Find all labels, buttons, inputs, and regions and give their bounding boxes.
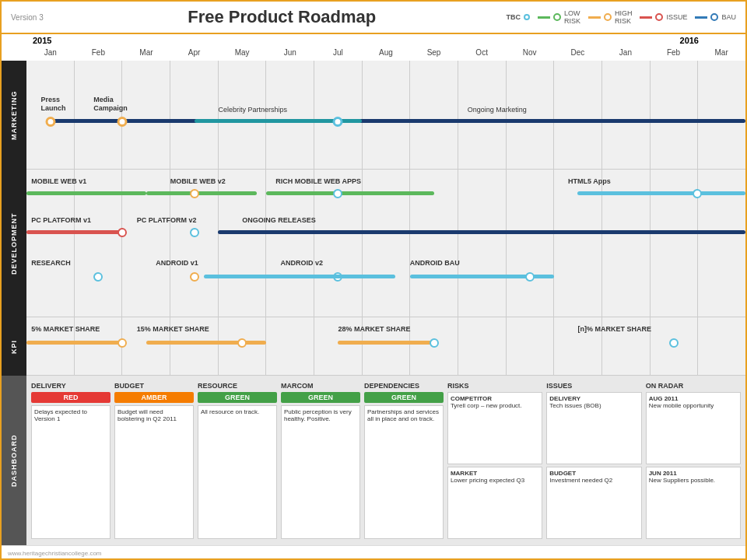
issues-item-1-title: BUDGET	[549, 470, 638, 477]
mobile-web-v2-dot	[190, 189, 199, 198]
month-mar1: Mar	[122, 48, 170, 59]
legend: TBC LOWRISK HIGHRISK ISSUE	[506, 9, 736, 25]
press-launch-label: PressLaunch	[40, 96, 65, 113]
kpi-28-label: 28% MARKET SHARE	[338, 325, 410, 333]
kpi-n-dot	[669, 338, 679, 348]
kpi-5-label: 5% MARKET SHARE	[31, 325, 100, 333]
tbc-label: TBC	[506, 13, 521, 21]
press-launch-dot	[45, 117, 55, 127]
research-dot	[93, 272, 103, 282]
delivery-badge: RED	[31, 392, 110, 403]
kpi-15-track	[146, 341, 266, 345]
legend-low-risk: LOWRISK	[538, 9, 580, 25]
dash-delivery: DELIVERY RED Delays expected to Version …	[31, 382, 110, 539]
dependencies-header: DEPENDENCIES	[364, 382, 444, 390]
budget-text: Budget will need bolstering in Q2 2011	[114, 405, 194, 539]
issue-label: ISSUE	[666, 13, 687, 21]
dash-dependencies: DEPENDENCIES GREEN Partnerships and serv…	[364, 382, 444, 539]
year-2016: 2016	[680, 36, 699, 45]
issues-item-0-title: DELIVERY	[549, 395, 638, 402]
resource-text: All resource on track.	[198, 405, 277, 539]
on-radar-item-0-text: New mobile opportunity	[649, 402, 738, 409]
kpi-n-label: [n]% MARKET SHARE	[577, 325, 651, 333]
issues-item-0-text: Tech issues (BOB)	[549, 402, 638, 409]
month-feb1: Feb	[75, 48, 123, 59]
on-radar-item-0: AUG 2011 New mobile opportunity	[646, 392, 741, 464]
resource-header: RESOURCE	[198, 382, 277, 390]
issues-item-0: DELIVERY Tech issues (BOB)	[546, 392, 641, 464]
dash-marcom: MARCOM GREEN Public perception is very h…	[281, 382, 360, 539]
development-section: MOBILE WEB v1 MOBILE WEB v2 RICH MOBILE …	[26, 170, 745, 317]
kpi-5-dot	[117, 338, 127, 348]
html5-track	[577, 191, 745, 195]
marcom-text: Public perception is very healthy. Posit…	[281, 405, 360, 539]
month-feb2: Feb	[650, 48, 698, 59]
marketing-label: MARKETING	[2, 61, 26, 170]
version-label: Version 3	[11, 13, 58, 22]
development-label: DEVELOPMENT	[2, 170, 26, 317]
dependencies-text: Partnerships and services all in place a…	[364, 405, 444, 539]
dependencies-badge: GREEN	[364, 392, 444, 403]
legend-high-risk: HIGHRISK	[588, 9, 633, 25]
marcom-header: MARCOM	[281, 382, 360, 390]
legend-bau: BAU	[695, 13, 736, 21]
risks-item-1-text: Lower pricing expected Q3	[451, 477, 539, 484]
year-2015: 2015	[33, 36, 51, 45]
low-risk-label: LOWRISK	[564, 9, 580, 25]
legend-issue: ISSUE	[640, 13, 687, 21]
kpi-28-track	[338, 341, 433, 345]
celebrity-dot	[333, 117, 343, 127]
dash-on-radar: ON RADAR AUG 2011 New mobile opportunity…	[646, 382, 741, 539]
budget-header: BUDGET	[114, 382, 194, 390]
ongoing-releases-label: ONGOING RELEASES	[242, 216, 316, 224]
bau-label: BAU	[721, 13, 736, 21]
budget-badge: AMBER	[114, 392, 194, 403]
month-oct: Oct	[458, 48, 506, 59]
high-risk-label: HIGHRISK	[615, 9, 633, 25]
month-jun: Jun	[266, 48, 314, 59]
risks-item-0: COMPETITOR Tyrell corp – new product.	[447, 392, 542, 464]
issues-header: ISSUES	[546, 382, 641, 390]
issues-item-1: BUDGET Investment needed Q2	[546, 467, 641, 539]
mobile-web-v1-track	[26, 191, 146, 195]
research-label: RESEARCH	[31, 259, 71, 267]
android-bau-label: ANDROID BAU	[410, 259, 460, 267]
dash-issues: ISSUES DELIVERY Tech issues (BOB) BUDGET…	[546, 382, 641, 539]
delivery-header: DELIVERY	[31, 382, 110, 390]
media-campaign-dot	[117, 117, 128, 127]
dashboard-label: DASHBOARD	[2, 376, 26, 545]
marketing-main-track	[51, 119, 745, 123]
dashboard-section: DELIVERY RED Delays expected to Version …	[26, 376, 745, 545]
kpi-28-dot	[430, 338, 439, 348]
month-jan1: Jan	[26, 48, 75, 59]
kpi-15-dot	[237, 338, 247, 348]
ongoing-releases-track	[218, 230, 745, 234]
risks-item-0-title: COMPETITOR	[451, 395, 539, 402]
on-radar-item-1-text: New Suppliers possible.	[649, 477, 738, 484]
risks-item-1-title: MARKET	[451, 470, 539, 477]
android-v2-label: ANDROID v2	[280, 259, 323, 267]
month-jul: Jul	[314, 48, 363, 59]
risks-header: RISKS	[447, 382, 542, 390]
risks-item-1: MARKET Lower pricing expected Q3	[447, 467, 542, 539]
risks-item-0-text: Tyrell corp – new product.	[451, 402, 539, 409]
mobile-web-v1-label: MOBILE WEB v1	[31, 177, 86, 185]
kpi-5-track	[26, 341, 122, 345]
pc-v2-label: PC PLATFORM v2	[137, 216, 197, 224]
rich-mobile-dot	[333, 189, 342, 198]
html5-dot	[693, 189, 702, 198]
resource-badge: GREEN	[198, 392, 277, 403]
dash-risks: RISKS COMPETITOR Tyrell corp – new produ…	[447, 382, 542, 539]
kpi-section: 5% MARKET SHARE 15% MARKET SHARE 28% MAR…	[26, 317, 745, 376]
month-mar2: Mar	[697, 48, 745, 59]
html5-apps-label: HTML5 Apps	[568, 177, 611, 185]
rich-mobile-track	[266, 191, 434, 195]
month-nov: Nov	[506, 48, 554, 59]
legend-tbc: TBC	[506, 13, 530, 21]
month-sep: Sep	[410, 48, 458, 59]
android-v1-label: ANDROID v1	[156, 259, 198, 267]
pc-v1-dot	[117, 228, 127, 237]
celebrity-label: Celebrity Partnerships	[218, 106, 287, 114]
month-apr: Apr	[170, 48, 219, 59]
month-dec: Dec	[554, 48, 602, 59]
